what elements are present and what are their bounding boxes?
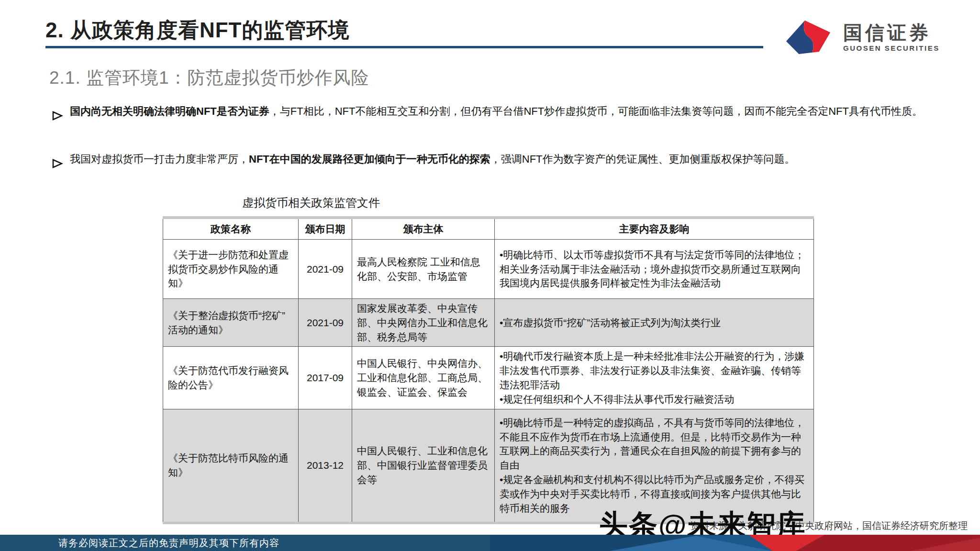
policy-name-cell: 《关于整治虚拟货币“挖矿”活动的通知》	[163, 299, 299, 347]
disclaimer-text: 请务必阅读正文之后的免责声明及其项下所有内容	[58, 535, 279, 551]
table-title: 虚拟货币相关政策监管文件	[163, 195, 459, 210]
logo-name-cn: 国信证券	[843, 22, 940, 43]
issue-date-cell: 2013-12	[299, 409, 352, 523]
issue-date-cell: 2017-09	[299, 347, 352, 409]
content-point: •明确代币发行融资本质上是一种未经批准非法公开融资的行为，涉嫌非法发售代币票券、…	[500, 349, 809, 392]
content-point: •宣布虚拟货币“挖矿”活动将被正式列为淘汰类行业	[500, 316, 809, 330]
bullet-point-1: 国内尚无相关明确法律明确NFT是否为证券，与FT相比，NFT不能相互交互和分割，…	[52, 99, 927, 123]
table-row: 《关于进一步防范和处置虚拟货币交易炒作风险的通知》 2021-09 最高人民检察…	[163, 240, 814, 299]
bullet-2-post: ，强调NFT作为数字资产的凭证属性、更加侧重版权保护等问题。	[490, 153, 795, 165]
table-row: 《关于防范代币发行融资风险的公告》 2017-09 中国人民银行、中央网信办、工…	[163, 347, 814, 409]
bottom-disclaimer-bar: 请务必阅读正文之后的免责声明及其项下所有内容	[0, 535, 980, 551]
content-point: •规定任何组织和个人不得非法从事代币发行融资活动	[500, 392, 809, 407]
title-underline	[45, 46, 763, 48]
col-header-policy-name: 政策名称	[163, 218, 299, 240]
issue-date-cell: 2021-09	[299, 240, 352, 299]
logo-name-en: GUOSEN SECURITIES	[843, 44, 940, 52]
col-header-content: 主要内容及影响	[495, 218, 814, 240]
page-title: 2. 从政策角度看NFT的监管环境	[45, 16, 349, 44]
col-header-issue-date: 颁布日期	[299, 218, 352, 240]
table-row: 《关于整治虚拟货币“挖矿”活动的通知》 2021-09 国家发展改革委、中央宣传…	[163, 299, 814, 347]
issuer-cell: 中国人民银行、中央网信办、工业和信息化部、工商总局、银监会、证监会、保监会	[352, 347, 495, 409]
issuer-cell: 中国人民银行、工业和信息化部、中国银行业监督管理委员会等	[352, 409, 495, 523]
arrow-bullet-icon	[52, 106, 63, 130]
bullet-1-bold: 国内尚无相关明确法律明确NFT是否为证券	[70, 105, 269, 117]
content-point: •明确比特币、以太币等虚拟货币不具有与法定货币等同的法律地位；相关业务活动属于非…	[500, 248, 809, 290]
footer-ribbon-art	[490, 535, 980, 551]
section-subtitle: 2.1. 监管环境1：防范虚拟货币炒作风险	[49, 66, 369, 90]
bullet-2-text: 我国对虚拟货币一打击力度非常严厉，NFT在中国的发展路径更加倾向于一种无币化的探…	[52, 147, 927, 171]
content-point: •明确比特币是一种特定的虚拟商品，不具有与货币等同的法律地位，不能且不应作为货币…	[500, 416, 809, 473]
content-cell: •宣布虚拟货币“挖矿”活动将被正式列为淘汰类行业	[495, 299, 814, 347]
policy-name-cell: 《关于进一步防范和处置虚拟货币交易炒作风险的通知》	[163, 240, 299, 299]
bullet-2-bold: NFT在中国的发展路径更加倾向于一种无币化的探索	[249, 153, 490, 165]
issue-date-cell: 2021-09	[299, 299, 352, 347]
bullet-1-text: 国内尚无相关明确法律明确NFT是否为证券，与FT相比，NFT不能相互交互和分割，…	[52, 99, 927, 123]
slide: 2. 从政策角度看NFT的监管环境 国信证券 GUOSEN SECURITIES…	[0, 0, 980, 551]
arrow-bullet-icon	[52, 154, 63, 178]
table-header-row: 政策名称 颁布日期 颁布主体 主要内容及影响	[163, 218, 814, 240]
guosen-logo-icon	[780, 18, 836, 55]
bullet-point-2: 我国对虚拟货币一打击力度非常严厉，NFT在中国的发展路径更加倾向于一种无币化的探…	[52, 147, 927, 171]
guosen-logo: 国信证券 GUOSEN SECURITIES	[780, 18, 940, 55]
policy-table: 政策名称 颁布日期 颁布主体 主要内容及影响 《关于进一步防范和处置虚拟货币交易…	[163, 216, 814, 524]
content-cell: •明确比特币、以太币等虚拟货币不具有与法定货币等同的法律地位；相关业务活动属于非…	[495, 240, 814, 299]
issuer-cell: 最高人民检察院 工业和信息化部、公安部、市场监管	[352, 240, 495, 299]
bullet-1-rest: ，与FT相比，NFT不能相互交互和分割，但仍有平台借NFT炒作虚拟货币，可能面临…	[269, 105, 923, 117]
bullet-2-pre: 我国对虚拟货币一打击力度非常严厉，	[70, 153, 249, 165]
content-cell: •明确代币发行融资本质上是一种未经批准非法公开融资的行为，涉嫌非法发售代币票券、…	[495, 347, 814, 409]
policy-name-cell: 《关于防范代币发行融资风险的公告》	[163, 347, 299, 409]
col-header-issuer: 颁布主体	[352, 218, 495, 240]
policy-name-cell: 《关于防范比特币风险的通知》	[163, 409, 299, 523]
issuer-cell: 国家发展改革委、中央宣传部、中央网信办工业和信息化部、税务总局等	[352, 299, 495, 347]
